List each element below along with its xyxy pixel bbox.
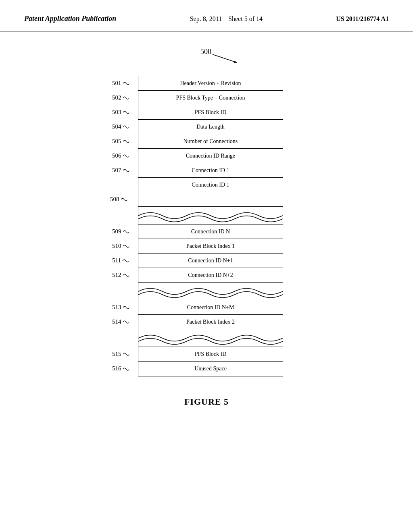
row-packet-1-text: Packet Block Index 1 <box>186 243 235 249</box>
label-504: 504 <box>112 123 129 131</box>
row-508a-text: Connection ID 1 <box>192 182 229 188</box>
label-505: 505 <box>112 138 129 145</box>
row-504: 504 Data Length <box>138 120 283 134</box>
row-503-text: PFS Block ID <box>195 109 227 116</box>
row-502: 502 PFS Block Type = Connection <box>138 91 283 105</box>
label-511: 511 <box>112 257 129 264</box>
row-507: 507 Connection ID 1 <box>138 163 283 178</box>
label-509: 509 <box>112 228 129 235</box>
break-3 <box>138 329 283 347</box>
patent-number: US 2011/216774 A1 <box>336 15 389 23</box>
row-505-text: Number of Connections <box>184 138 238 145</box>
row-conn-id-n2: 512 Connection ID N+2 <box>138 268 283 283</box>
row-508b: 508 Connection ID 1 <box>138 192 283 207</box>
row-508a: Connection ID 1 <box>138 178 283 192</box>
row-packet-block-1: 510 Packet Block Index 1 <box>138 239 283 254</box>
row-unused-text: Unused Space <box>194 366 227 372</box>
header-date: Sep. 8, 2011 <box>190 15 222 22</box>
row-conn-id-n1: 511 Connection ID N+1 <box>138 254 283 268</box>
row-packet-2-text: Packet Block Index 2 <box>186 319 235 325</box>
row-pfs-block-id-2: 515 PFS Block ID <box>138 347 283 362</box>
label-513: 513 <box>112 304 129 311</box>
row-unused-space: 516 Unused Space <box>138 362 283 376</box>
label-507: 507 <box>112 167 129 174</box>
row-conn-id-n-text: Connection ID N <box>191 229 230 235</box>
row-506: 506 Connection ID Range <box>138 149 283 163</box>
label-501: 501 <box>112 80 129 87</box>
header-date-sheet: Sep. 8, 2011 Sheet 5 of 14 <box>190 15 263 23</box>
figure-caption: FIGURE 5 <box>184 397 229 407</box>
row-conn-id-nm-text: Connection ID N+M <box>187 304 234 311</box>
row-conn-id-nm: 513 Connection ID N+M <box>138 300 283 315</box>
row-conn-id-n2-text: Connection ID N+2 <box>188 272 233 278</box>
block-diagram: 501 Header Version + Revision 502 PFS Bl… <box>138 76 283 376</box>
row-508b-text: Connection ID 1 <box>192 196 229 203</box>
fig-500-arrow <box>209 54 241 64</box>
row-packet-block-2: 514 Packet Block Index 2 <box>138 315 283 329</box>
row-502-text: PFS Block Type = Connection <box>176 95 245 101</box>
row-connection-id-n: 509 Connection ID N <box>138 224 283 239</box>
label-515: 515 <box>112 351 129 358</box>
main-content: 500 501 Header Version + Revision 502 PF… <box>0 31 413 407</box>
header-sheet: Sheet 5 of 14 <box>228 15 263 22</box>
label-508: 508 <box>110 196 127 203</box>
label-514: 514 <box>112 318 129 326</box>
wavy-break-3 <box>138 330 283 346</box>
break-2 <box>138 283 283 300</box>
label-503: 503 <box>112 109 129 116</box>
page-header: Patent Application Publication Sep. 8, 2… <box>0 0 413 31</box>
row-506-text: Connection ID Range <box>186 153 235 159</box>
patent-publication-label: Patent Application Publication <box>24 15 116 23</box>
break-1 <box>138 207 283 224</box>
row-501-text: Header Version + Revision <box>180 80 241 87</box>
label-512: 512 <box>112 272 129 279</box>
row-503: 503 PFS Block ID <box>138 105 283 120</box>
row-pfs-2-text: PFS Block ID <box>195 351 227 357</box>
label-502: 502 <box>112 94 129 102</box>
row-505: 505 Number of Connections <box>138 134 283 149</box>
wavy-break-1 <box>138 208 283 224</box>
svg-line-0 <box>213 54 237 62</box>
diagram-container: 500 501 Header Version + Revision 502 PF… <box>106 48 307 376</box>
wavy-break-2 <box>138 283 283 299</box>
label-506: 506 <box>112 152 129 160</box>
row-507-text: Connection ID 1 <box>192 167 229 174</box>
label-510: 510 <box>112 243 129 250</box>
label-516: 516 <box>112 365 129 372</box>
row-conn-id-n1-text: Connection ID N+1 <box>188 258 233 264</box>
row-501: 501 Header Version + Revision <box>138 76 283 91</box>
row-504-text: Data Length <box>196 124 225 130</box>
